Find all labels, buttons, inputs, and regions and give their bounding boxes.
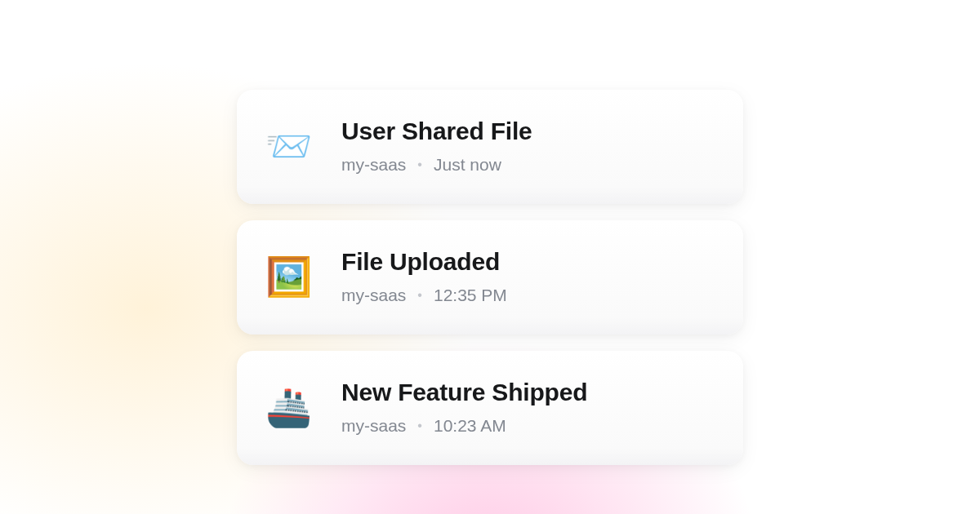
- notification-text: New Feature Shipped my-saas • 10:23 AM: [341, 379, 587, 436]
- meta-separator: •: [417, 419, 422, 433]
- meta-separator: •: [417, 157, 422, 172]
- notification-card[interactable]: 🖼️ File Uploaded my-saas • 12:35 PM: [237, 220, 743, 335]
- incoming-envelope-icon: 📨: [265, 122, 312, 170]
- notification-time: 10:23 AM: [434, 416, 506, 436]
- notification-title: File Uploaded: [341, 248, 507, 276]
- notification-source: my-saas: [341, 416, 406, 436]
- meta-separator: •: [417, 288, 422, 303]
- ship-icon: 🚢: [265, 383, 312, 431]
- framed-picture-icon: 🖼️: [265, 253, 312, 300]
- notification-meta: my-saas • 10:23 AM: [341, 416, 587, 436]
- notification-text: User Shared File my-saas • Just now: [341, 117, 532, 175]
- notification-source: my-saas: [341, 155, 406, 175]
- notification-title: New Feature Shipped: [341, 379, 587, 406]
- notification-meta: my-saas • 12:35 PM: [341, 286, 507, 305]
- notification-time: 12:35 PM: [434, 286, 507, 305]
- notification-source: my-saas: [341, 286, 406, 305]
- notification-time: Just now: [434, 155, 501, 175]
- notification-title: User Shared File: [341, 117, 532, 145]
- notification-list: 📨 User Shared File my-saas • Just now 🖼️…: [237, 90, 743, 514]
- notification-text: File Uploaded my-saas • 12:35 PM: [341, 248, 507, 305]
- notification-card[interactable]: 🚢 New Feature Shipped my-saas • 10:23 AM: [237, 351, 743, 465]
- notification-meta: my-saas • Just now: [341, 155, 532, 175]
- notification-card[interactable]: 📨 User Shared File my-saas • Just now: [237, 90, 743, 204]
